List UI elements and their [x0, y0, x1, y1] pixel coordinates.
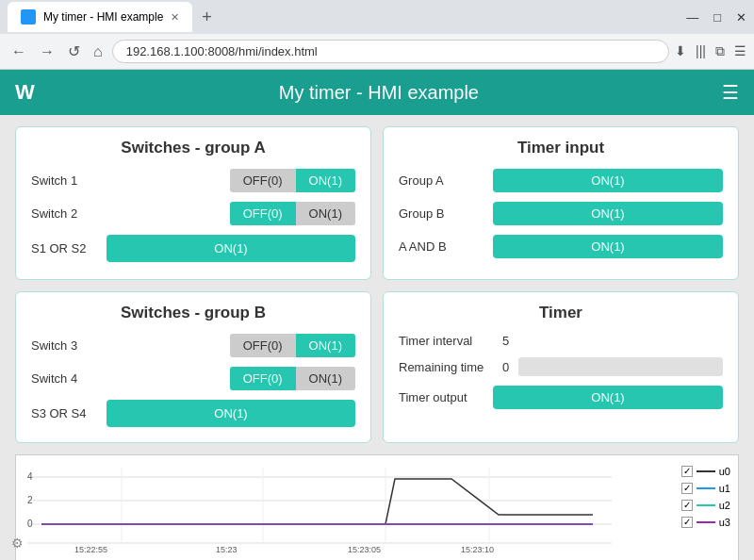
- legend-u1-check[interactable]: ✓: [681, 483, 693, 494]
- browser-toolbar: ← → ↺ ⌂ ⬇ ||| ⧉ ☰: [0, 34, 754, 70]
- group-a-row: Group A ON(1): [399, 169, 723, 192]
- s3-or-s4-label: S3 OR S4: [31, 406, 107, 420]
- settings-button[interactable]: ⚙: [6, 532, 28, 554]
- s3-or-s4-result-wrap: ON(1): [107, 400, 355, 427]
- tab-close-icon[interactable]: ✕: [171, 11, 179, 24]
- switch-2-label: Switch 2: [31, 206, 107, 221]
- svg-text:2: 2: [27, 495, 33, 505]
- legend-u3-line: [697, 521, 715, 523]
- a-and-b-row: A AND B ON(1): [399, 235, 723, 258]
- svg-text:0: 0: [27, 519, 33, 529]
- back-button[interactable]: ←: [8, 40, 30, 64]
- remaining-value: 0: [502, 360, 509, 374]
- download-icon[interactable]: ⬇: [675, 43, 686, 59]
- timer-output-label: Timer output: [399, 390, 493, 404]
- switches-b-title: Switches - group B: [31, 304, 355, 322]
- s1-or-s2-label: S1 OR S2: [31, 241, 107, 255]
- chart-section: 4 2 0 15:22:55 15:23 15:23:05 15:23:10 ✓…: [15, 454, 739, 560]
- app-title: My timer - HMI example: [36, 82, 722, 104]
- legend-u0-check[interactable]: ✓: [681, 466, 693, 477]
- refresh-button[interactable]: ↺: [64, 39, 84, 64]
- svg-text:4: 4: [27, 471, 33, 482]
- browser-tab[interactable]: My timer - HMI example ✕: [8, 2, 192, 32]
- svg-text:15:22:55: 15:22:55: [74, 545, 107, 554]
- s1-or-s2-result-button[interactable]: ON(1): [107, 235, 355, 262]
- timer-input-title: Timer input: [399, 139, 723, 157]
- legend-u0-label: u0: [719, 463, 730, 480]
- switch-1-on-button[interactable]: ON(1): [296, 169, 355, 192]
- group-a-label: Group A: [399, 173, 493, 188]
- legend-u1-line: [697, 487, 715, 489]
- switch-3-off-button[interactable]: OFF(0): [230, 334, 296, 357]
- group-b-row: Group B ON(1): [399, 202, 723, 225]
- a-and-b-label: A AND B: [399, 239, 493, 254]
- timer-panel: Timer Timer interval 5 Remaining time 0 …: [383, 291, 739, 443]
- legend-u3-label: u3: [719, 514, 730, 531]
- s3-or-s4-result-button[interactable]: ON(1): [107, 400, 355, 427]
- forward-button[interactable]: →: [36, 40, 58, 64]
- switch-2-off-button[interactable]: OFF(0): [230, 202, 296, 225]
- legend-u2: ✓ u2: [681, 497, 730, 514]
- switch-4-off-button[interactable]: OFF(0): [230, 367, 296, 390]
- legend-u1-label: u1: [719, 480, 730, 497]
- timer-interval-label: Timer interval: [399, 334, 493, 348]
- switch-3-row: Switch 3 OFF(0) ON(1): [31, 334, 355, 357]
- switch-4-label: Switch 4: [31, 371, 107, 386]
- switch-3-label: Switch 3: [31, 338, 107, 353]
- switch-3-on-button[interactable]: ON(1): [296, 334, 355, 357]
- app-menu-icon[interactable]: ☰: [722, 81, 739, 104]
- switch-2-row: Switch 2 OFF(0) ON(1): [31, 202, 355, 225]
- extensions-icon[interactable]: ⧉: [715, 43, 725, 59]
- timer-title: Timer: [399, 304, 723, 322]
- tab-favicon: [21, 9, 36, 25]
- svg-text:15:23: 15:23: [216, 545, 238, 554]
- switch-1-off-button[interactable]: OFF(0): [230, 169, 296, 192]
- maximize-button[interactable]: □: [713, 10, 721, 25]
- toolbar-right: ⬇ ||| ⧉ ☰: [675, 43, 746, 59]
- app-header: W My timer - HMI example ☰: [0, 70, 754, 115]
- switches-group-b-panel: Switches - group B Switch 3 OFF(0) ON(1)…: [15, 291, 371, 443]
- group-b-label: Group B: [399, 206, 493, 221]
- switch-1-label: Switch 1: [31, 173, 107, 188]
- remaining-label: Remaining time: [399, 360, 493, 374]
- switch-2-buttons: OFF(0) ON(1): [230, 202, 355, 225]
- group-a-button[interactable]: ON(1): [493, 169, 723, 192]
- switches-group-a-panel: Switches - group A Switch 1 OFF(0) ON(1)…: [15, 126, 371, 280]
- menu-icon[interactable]: ☰: [734, 43, 746, 59]
- switch-4-buttons: OFF(0) ON(1): [230, 367, 355, 390]
- timer-interval-row: Timer interval 5: [399, 334, 723, 348]
- new-tab-button[interactable]: +: [196, 8, 218, 27]
- close-button[interactable]: ✕: [736, 10, 746, 25]
- remaining-bar-container: [518, 357, 723, 376]
- svg-text:15:23:10: 15:23:10: [461, 545, 494, 554]
- switch-1-row: Switch 1 OFF(0) ON(1): [31, 169, 355, 192]
- switch-4-on-button[interactable]: ON(1): [296, 367, 355, 390]
- remaining-time-row: Remaining time 0: [399, 357, 723, 376]
- address-bar[interactable]: [112, 40, 669, 63]
- tab-title: My timer - HMI example: [43, 10, 163, 24]
- minimize-button[interactable]: —: [686, 10, 698, 25]
- switch-1-buttons: OFF(0) ON(1): [230, 169, 355, 192]
- app-content: Switches - group A Switch 1 OFF(0) ON(1)…: [0, 115, 754, 560]
- legend-u3: ✓ u3: [681, 514, 730, 531]
- legend-u3-check[interactable]: ✓: [681, 517, 693, 528]
- switch-3-buttons: OFF(0) ON(1): [230, 334, 355, 357]
- group-b-button[interactable]: ON(1): [493, 202, 723, 225]
- legend-u0-line: [697, 470, 715, 472]
- home-button[interactable]: ⌂: [90, 40, 107, 64]
- app-logo: W: [15, 80, 36, 105]
- legend-u0: ✓ u0: [681, 463, 730, 480]
- a-and-b-button[interactable]: ON(1): [493, 235, 723, 258]
- bookmarks-icon[interactable]: |||: [696, 43, 706, 59]
- s1-or-s2-row: S1 OR S2 ON(1): [31, 235, 355, 262]
- panels-grid: Switches - group A Switch 1 OFF(0) ON(1)…: [15, 126, 739, 443]
- switch-2-on-button[interactable]: ON(1): [296, 202, 355, 225]
- browser-titlebar: My timer - HMI example ✕ + — □ ✕: [0, 0, 754, 34]
- legend-u2-check[interactable]: ✓: [681, 500, 693, 511]
- switch-4-row: Switch 4 OFF(0) ON(1): [31, 367, 355, 390]
- timer-output-row: Timer output ON(1): [399, 386, 723, 409]
- timer-output-button[interactable]: ON(1): [493, 386, 723, 409]
- window-controls: — □ ✕: [686, 10, 746, 25]
- chart-svg: 4 2 0 15:22:55 15:23 15:23:05 15:23:10: [27, 463, 631, 557]
- chart-legend: ✓ u0 ✓ u1 ✓ u2 ✓ u3: [681, 463, 730, 531]
